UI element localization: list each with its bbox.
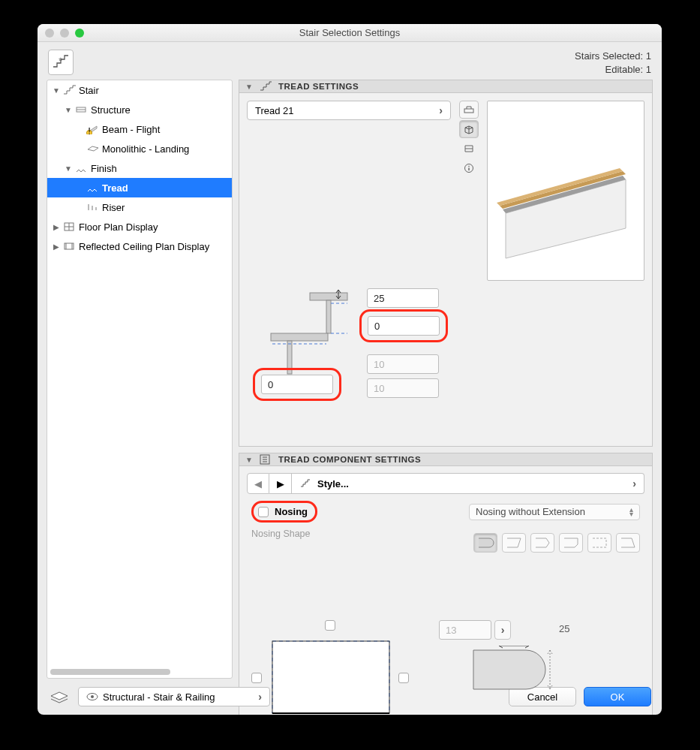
tree-item-reflected-ceiling[interactable]: ▶ Reflected Ceiling Plan Display bbox=[47, 236, 232, 256]
layer-value: Structural - Stair & Railing bbox=[103, 691, 215, 703]
header-row: Stairs Selected: 1 Editable: 1 bbox=[38, 42, 662, 80]
tread-selector-dropdown[interactable]: Tread 21 › bbox=[247, 101, 451, 120]
nosing-shape-6[interactable] bbox=[616, 533, 640, 553]
tree-item-riser[interactable]: Riser bbox=[47, 197, 232, 217]
structure-icon bbox=[75, 104, 89, 115]
tree-label: Stair bbox=[79, 85, 99, 96]
link-button[interactable]: › bbox=[494, 620, 511, 640]
beam-icon: ! bbox=[86, 124, 100, 134]
panel-title: TREAD SETTINGS bbox=[278, 82, 359, 91]
navigation-tree[interactable]: ▼ Stair ▼ Structure ! Beam - Flight Mono… bbox=[47, 80, 233, 679]
settings-window: Stair Selection Settings Stairs Selected… bbox=[38, 24, 662, 715]
nosing-offset-field[interactable]: 0 bbox=[368, 316, 440, 336]
tree-item-structure[interactable]: ▼ Structure bbox=[47, 100, 232, 119]
chevron-right-icon: › bbox=[501, 624, 505, 636]
sidebar-scrollbar[interactable] bbox=[50, 667, 229, 676]
disabled-field-b: 10 bbox=[367, 378, 439, 398]
back-offset-field[interactable]: 0 bbox=[261, 375, 333, 394]
field-value: 13 bbox=[446, 625, 456, 636]
collapse-icon[interactable]: ▼ bbox=[245, 456, 253, 464]
disclosure-icon[interactable]: ▶ bbox=[52, 223, 61, 231]
shape-icon bbox=[474, 534, 497, 552]
tree-item-monolithic-landing[interactable]: Monolithic - Landing bbox=[47, 139, 232, 158]
ceiling-icon bbox=[63, 241, 77, 252]
tree-label: Floor Plan Display bbox=[79, 221, 158, 233]
finish-icon bbox=[75, 163, 89, 173]
tread-plan-diagram bbox=[271, 640, 391, 715]
nav-next-button[interactable]: ▶ bbox=[269, 473, 292, 494]
tree-item-finish[interactable]: ▼ Finish bbox=[47, 158, 232, 178]
view-list-button[interactable] bbox=[459, 140, 479, 158]
view-3d-button[interactable] bbox=[459, 120, 479, 138]
list-icon bbox=[463, 143, 475, 154]
nosing-shape-3[interactable] bbox=[530, 533, 554, 553]
triangle-left-icon: ◀ bbox=[254, 478, 262, 489]
plan-icon bbox=[63, 221, 77, 232]
collapse-icon[interactable]: ▼ bbox=[245, 83, 253, 91]
tree-label: Riser bbox=[102, 202, 125, 213]
dialog-body: ▼ Stair ▼ Structure ! Beam - Flight Mono… bbox=[38, 80, 662, 679]
tread-geometry-diagram: 25 0 10 10 0 bbox=[247, 288, 644, 438]
disclosure-icon[interactable]: ▶ bbox=[52, 242, 61, 251]
nosing-diagram-region: 13 › 25 bbox=[251, 620, 640, 715]
thickness-field[interactable]: 25 bbox=[367, 288, 439, 308]
svg-marker-14 bbox=[506, 179, 626, 258]
highlight-ring-2: 0 bbox=[253, 368, 341, 401]
edge-left-checkbox[interactable] bbox=[251, 673, 262, 683]
field-value: 0 bbox=[374, 321, 380, 332]
tree-item-tread[interactable]: Tread bbox=[47, 178, 232, 197]
info-button[interactable] bbox=[459, 159, 479, 177]
svg-point-28 bbox=[91, 695, 94, 698]
field-value: 0 bbox=[268, 379, 273, 390]
tree-label: Reflected Ceiling Plan Display bbox=[79, 241, 209, 252]
landing-icon bbox=[86, 143, 100, 154]
nosing-checkbox[interactable] bbox=[258, 507, 269, 517]
eye-icon bbox=[86, 692, 98, 701]
scrollbar-thumb[interactable] bbox=[50, 669, 170, 675]
nosing-shape-5[interactable] bbox=[587, 533, 611, 553]
component-panel-icon bbox=[259, 453, 272, 465]
tree-item-floor-plan[interactable]: ▶ Floor Plan Display bbox=[47, 217, 232, 236]
tread-3d-preview[interactable] bbox=[487, 101, 644, 281]
nav-prev-button[interactable]: ◀ bbox=[247, 473, 269, 494]
cube-icon bbox=[463, 124, 475, 134]
tree-label: Structure bbox=[91, 104, 131, 116]
nosing-section: Nosing Nosing without Extension ▴▾ Nosin… bbox=[247, 495, 644, 715]
disabled-field-a: 10 bbox=[367, 354, 439, 374]
nosing-shape-1[interactable] bbox=[473, 533, 497, 553]
disclosure-icon[interactable]: ▼ bbox=[64, 164, 73, 173]
svg-rect-18 bbox=[310, 293, 347, 300]
layer-dropdown[interactable]: Structural - Stair & Railing › bbox=[78, 687, 270, 706]
nosing-shape-2[interactable] bbox=[502, 533, 526, 553]
nosing-shape-label: Nosing Shape bbox=[251, 529, 311, 553]
disclosure-icon[interactable]: ▼ bbox=[64, 106, 73, 114]
nosing-type-value: Nosing without Extension bbox=[476, 506, 585, 517]
shape-icon bbox=[560, 534, 582, 552]
nosing-width-field: 13 bbox=[439, 620, 491, 640]
title-bar[interactable]: Stair Selection Settings bbox=[38, 24, 662, 42]
tread-settings-body: Tread 21 › bbox=[239, 93, 653, 447]
panel-header-tread-settings[interactable]: ▼ TREAD SETTINGS bbox=[239, 80, 653, 93]
selection-info: Stairs Selected: 1 Editable: 1 bbox=[575, 50, 651, 77]
style-dropdown[interactable]: Style... › bbox=[292, 473, 644, 494]
style-icon bbox=[299, 478, 313, 489]
nosing-shape-4[interactable] bbox=[559, 533, 583, 553]
tread-3d-illustration bbox=[491, 108, 641, 273]
tree-item-stair[interactable]: ▼ Stair bbox=[47, 80, 232, 100]
edge-top-checkbox[interactable] bbox=[325, 620, 335, 631]
panel-header-tread-component[interactable]: ▼ TREAD COMPONENT SETTINGS bbox=[239, 453, 653, 466]
shape-icon bbox=[531, 534, 554, 552]
tread-panel-icon bbox=[259, 80, 272, 92]
field-value: 10 bbox=[374, 359, 384, 370]
nosing-type-dropdown[interactable]: Nosing without Extension ▴▾ bbox=[469, 504, 640, 520]
disclosure-icon[interactable]: ▼ bbox=[52, 86, 61, 95]
nosing-label: Nosing bbox=[275, 506, 308, 517]
svg-rect-10 bbox=[464, 109, 473, 113]
tool-icon[interactable] bbox=[48, 50, 74, 75]
window-title: Stair Selection Settings bbox=[38, 27, 662, 38]
tree-item-beam-flight[interactable]: ! Beam - Flight bbox=[47, 119, 232, 139]
symbol-icon bbox=[463, 104, 475, 115]
shape-icon bbox=[503, 534, 525, 552]
view-symbol-button[interactable] bbox=[459, 101, 479, 119]
edge-right-checkbox[interactable] bbox=[398, 673, 409, 683]
